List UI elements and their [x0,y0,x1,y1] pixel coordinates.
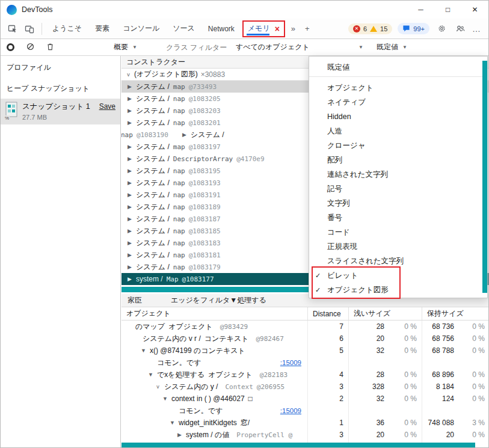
filter-menu-item[interactable]: クロージャ [309,138,487,153]
expand-arrow-icon[interactable]: v [126,72,131,78]
minimize-button[interactable]: ─ [407,1,434,19]
retained-size-value: 68 736 [422,321,459,333]
column-header-retained-size[interactable]: 保持サイズ [422,307,489,320]
retainer-object-cell[interactable]: ▼ でxを処理する オブジェクト @282183 [121,369,308,381]
record-heap-snapshot-button[interactable] [7,43,14,51]
maximize-button[interactable]: □ [434,1,461,19]
retainer-object-cell[interactable]: ▶ system / の値 PropertyCell @ [121,429,308,441]
retainer-row[interactable]: ▶ system / の値 PropertyCell @ 3 20 0 % 20… [121,429,488,441]
filter-menu-item[interactable]: 番号 [309,210,487,225]
filter-menu-item[interactable]: 記号 [309,182,487,196]
panel-tab[interactable]: 要素 [88,20,116,38]
column-header-distance[interactable]: Distance [308,307,349,320]
expand-arrow-icon[interactable]: ▶ [127,144,132,150]
filter-menu-item[interactable]: オブジェクト [309,81,487,95]
retainer-row[interactable]: ▼ context in ( ) @446027 □ 2 32 0 % 124 … [121,393,488,405]
node-filter-select[interactable]: 既定値 ▼ [377,42,407,52]
filter-menu-item[interactable]: Hidden [309,109,487,124]
filter-menu-item[interactable]: ✓ オブジェクト図形 [309,283,487,297]
retainer-row[interactable]: コモン。です :15009 [121,405,488,417]
retainer-object-cell[interactable]: v システム内の y / Context @206955 [121,381,308,393]
filter-menu-item[interactable]: スライスされた文字列 [309,254,487,268]
retainer-object-cell[interactable]: ▼ widget_initKidgets 窓/ [121,417,308,429]
expand-arrow-icon[interactable]: ▶ [127,120,132,126]
retainer-row[interactable]: ▼ x() @874199 のコンテキスト 5 32 0 % 68 788 0 … [121,345,488,357]
delete-profile-trash-button[interactable] [46,43,54,52]
close-button[interactable]: ✕ [461,1,488,19]
expand-arrow-icon[interactable]: v [155,384,161,390]
expand-arrow-icon[interactable]: ▶ [127,96,132,102]
column-header-object[interactable]: オブジェクト [121,307,308,320]
object-scope-select[interactable]: すべてのオブジェクト ▼ [236,42,363,52]
filter-menu-item[interactable]: ネイティブ [309,95,487,109]
expand-arrow-icon[interactable]: ▶ [127,276,132,282]
retainer-object-cell[interactable]: ▼ x() @874199 のコンテキスト [121,345,308,357]
expand-arrow-icon[interactable]: ▼ [148,372,153,378]
retainer-object-cell[interactable]: システム内の v r / コンテキスト @982467 [121,333,308,345]
retainer-row[interactable]: システム内の v r / コンテキスト @982467 6 20 0 % 68 … [121,333,488,345]
filter-menu-item[interactable]: コード [309,225,487,239]
issues-badge[interactable]: 99+ [398,23,429,34]
expand-arrow-icon[interactable]: ▶ [127,84,132,90]
expand-arrow-icon[interactable]: ▼ [162,396,168,402]
expand-arrow-icon[interactable]: ▶ [127,264,132,270]
filter-menu-item[interactable]: ✓ ビレット [309,268,487,283]
expand-arrow-icon[interactable]: ▼ [170,420,175,426]
more-tabs-button[interactable]: » [286,24,300,33]
retainer-object-cell[interactable]: コモン。です :15009 [121,357,308,369]
expand-arrow-icon[interactable]: ▶ [127,240,132,246]
panel-tab[interactable]: コンソール [116,20,166,38]
panel-tab[interactable]: ようこそ [46,20,88,38]
filter-menu-item[interactable]: 人造 [309,124,487,138]
settings-gear-icon[interactable] [435,22,448,35]
class-filter-input[interactable] [166,43,231,52]
inspect-element-icon[interactable] [4,20,21,37]
vertical-scrollbar[interactable] [482,61,487,293]
filter-menu-item[interactable]: 文字列 [309,196,487,210]
expand-arrow-icon[interactable]: ▼ [141,348,146,354]
expand-arrow-icon[interactable]: ▶ [127,168,132,174]
more-options-button[interactable]: … [472,24,481,34]
column-header-shallow-size[interactable]: 浅いサイズ [349,307,422,320]
save-snapshot-link[interactable]: Save [99,102,115,111]
expand-arrow-icon[interactable]: ▶ [127,156,132,162]
panel-tab[interactable]: ソース [166,20,201,38]
filter-menu-item[interactable]: 連結された文字列 [309,167,487,182]
retainer-object-cell[interactable]: ▼ context in ( ) @446027 □ [121,393,308,405]
horizontal-scrollbar[interactable] [121,287,309,292]
panel-tab[interactable]: Network [201,20,241,38]
expand-arrow-icon[interactable]: ▶ [127,252,132,258]
filter-edges-select[interactable]: エッジをフィルタ▼処理する [171,295,266,305]
people-icon[interactable] [454,22,467,35]
retainer-row[interactable]: ▼ でxを処理する オブジェクト @282183 4 28 0 % 68 896… [121,369,488,381]
retainers-tab[interactable]: 家臣 [128,295,142,305]
retainer-object-cell[interactable]: のマップ オブジェクト @983429 [121,321,308,333]
console-counts-badge[interactable]: ✕ 6 15 [348,23,392,34]
add-tab-button[interactable]: + [300,24,315,33]
horizontal-scrollbar[interactable] [121,443,475,447]
source-location-link[interactable]: :15009 [280,359,307,366]
expand-arrow-icon[interactable]: ▶ [127,204,132,210]
source-location-link[interactable]: :15009 [280,407,307,414]
snapshot-size: 27.7 MB [22,114,115,121]
expand-arrow-icon[interactable]: ▶ [127,228,132,234]
expand-arrow-icon[interactable]: ▶ [127,192,132,198]
snapshot-list-item[interactable]: % スナップショット 1 Save 27.7 MB [1,99,120,124]
filter-menu-item[interactable]: 正規表現 [309,239,487,254]
filter-menu-item[interactable]: 既定値 [309,59,487,77]
retainer-object-cell[interactable]: コモン。です :15009 [121,405,308,417]
expand-arrow-icon[interactable]: ▶ [177,432,182,438]
retainer-row[interactable]: ▼ widget_initKidgets 窓/ 1 36 0 % 748 088… [121,417,488,429]
expand-arrow-icon[interactable]: ▶ [127,180,132,186]
expand-arrow-icon[interactable]: ▶ [182,132,187,138]
expand-arrow-icon[interactable]: ▶ [127,216,132,222]
retainer-row[interactable]: のマップ オブジェクト @983429 7 28 0 % 68 736 0 % [121,321,488,333]
clear-profiles-button[interactable] [26,43,34,52]
filter-menu-item[interactable]: 配列 [309,153,487,167]
retainer-row[interactable]: v システム内の y / Context @206955 3 328 0 % 8… [121,381,488,393]
expand-arrow-icon[interactable]: ▶ [127,108,132,114]
panel-tab[interactable]: メモリ × [242,20,285,37]
perspective-select[interactable]: 概要 ▼ [114,42,137,52]
retainer-row[interactable]: コモン。です :15009 [121,357,488,369]
device-toolbar-icon[interactable] [21,20,38,37]
